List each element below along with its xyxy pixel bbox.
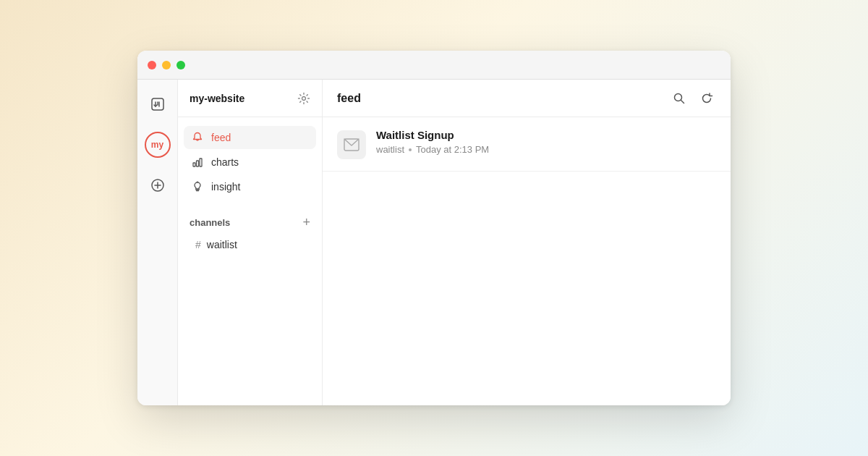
header-actions xyxy=(670,89,716,108)
svg-rect-9 xyxy=(193,163,195,166)
feed-item-email-icon xyxy=(337,130,366,159)
feed-item-channel: waitlist xyxy=(376,144,404,155)
channel-item-waitlist[interactable]: # waitlist xyxy=(190,235,310,255)
download-icon-button[interactable] xyxy=(145,91,171,117)
icon-rail: my xyxy=(137,80,178,405)
email-icon xyxy=(344,138,359,151)
meta-dot xyxy=(409,148,412,151)
main-header: feed xyxy=(323,80,731,117)
refresh-button[interactable] xyxy=(697,89,716,108)
sidebar-nav: feed charts xyxy=(178,117,322,207)
main-content: feed xyxy=(323,80,731,405)
add-circle-icon xyxy=(150,178,165,193)
refresh-icon xyxy=(700,92,713,105)
bell-svg xyxy=(192,132,203,143)
feed-item-meta: waitlist Today at 2:13 PM xyxy=(376,144,716,155)
lightbulb-svg xyxy=(192,181,203,193)
search-button[interactable] xyxy=(670,89,689,108)
feed-content: Waitlist Signup waitlist Today at 2:13 P… xyxy=(323,117,731,405)
sidebar-insight-label: insight xyxy=(211,181,240,193)
avatar[interactable]: my xyxy=(145,132,171,158)
sidebar-header: my-website xyxy=(178,80,322,117)
channels-header: channels + xyxy=(190,216,310,229)
sidebar-item-feed[interactable]: feed xyxy=(184,126,316,149)
feed-item-title: Waitlist Signup xyxy=(376,129,716,141)
add-channel-button[interactable]: + xyxy=(302,216,310,229)
main-title: feed xyxy=(337,92,361,105)
channel-waitlist-label: waitlist xyxy=(207,239,237,250)
svg-rect-10 xyxy=(197,161,199,166)
sidebar-charts-label: charts xyxy=(211,156,239,168)
sidebar: my-website fe xyxy=(178,80,323,405)
sidebar-item-charts[interactable]: charts xyxy=(184,151,316,174)
search-icon xyxy=(673,92,686,105)
lightbulb-icon xyxy=(191,181,204,193)
svg-point-8 xyxy=(302,96,306,100)
add-channel-icon: + xyxy=(302,216,310,229)
minimize-button[interactable] xyxy=(162,61,171,69)
hash-icon: # xyxy=(195,239,201,250)
close-button[interactable] xyxy=(148,61,156,69)
maximize-button[interactable] xyxy=(176,61,185,69)
feed-item[interactable]: Waitlist Signup waitlist Today at 2:13 P… xyxy=(323,117,731,172)
settings-button[interactable] xyxy=(297,92,310,105)
svg-line-16 xyxy=(681,100,684,103)
app-window: my my-website xyxy=(137,51,731,405)
title-bar xyxy=(137,51,731,80)
chart-svg xyxy=(192,156,203,168)
channels-label: channels xyxy=(190,217,230,228)
add-new-button[interactable] xyxy=(145,172,171,198)
feed-item-timestamp: Today at 2:13 PM xyxy=(416,144,489,155)
gear-icon xyxy=(297,92,310,105)
sidebar-title: my-website xyxy=(190,93,244,104)
feed-item-content: Waitlist Signup waitlist Today at 2:13 P… xyxy=(376,129,716,155)
window-body: my my-website xyxy=(137,80,731,405)
bell-icon xyxy=(191,132,204,143)
avatar-label: my xyxy=(151,140,163,150)
sidebar-feed-label: feed xyxy=(211,132,231,143)
sidebar-item-insight[interactable]: insight xyxy=(184,175,316,198)
download-icon xyxy=(150,97,165,111)
chart-icon xyxy=(191,156,204,168)
svg-rect-11 xyxy=(200,159,202,166)
channels-section: channels + # waitlist xyxy=(178,207,322,261)
